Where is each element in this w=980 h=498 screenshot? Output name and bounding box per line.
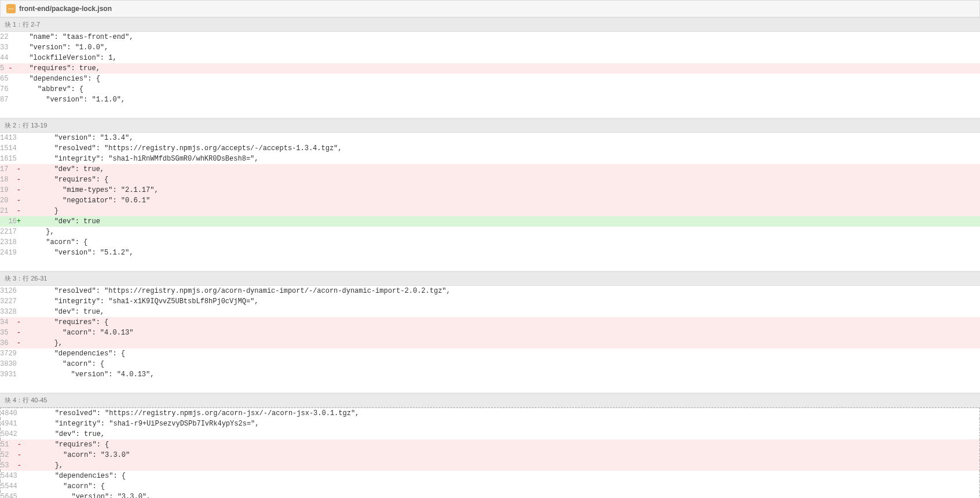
hunk-block: 块 3：行 26-313126 "resolved": "https://reg… <box>0 271 980 393</box>
line-number-old: 7 <box>0 84 4 94</box>
diff-sign: - <box>8 63 12 74</box>
diff-row[interactable]: 3729 "dependencies": { <box>0 348 980 359</box>
diff-row[interactable]: 3328 "dev": true, <box>0 307 980 317</box>
line-number-old: 53 <box>1 460 9 471</box>
line-number-new <box>8 195 16 206</box>
file-header[interactable]: ⋯ front-end/package-lock.json <box>0 0 980 17</box>
line-number-new <box>8 175 16 185</box>
diff-row[interactable]: 1413 "version": "1.3.4", <box>0 133 980 143</box>
diff-code: "version": "3.3.0", <box>21 492 979 498</box>
line-number-new: 31 <box>8 369 16 380</box>
diff-sign <box>17 408 21 419</box>
line-number-new <box>8 164 16 175</box>
diff-sign <box>17 492 21 498</box>
diff-sign <box>17 296 21 307</box>
hunk-spacer <box>0 258 980 271</box>
diff-code: "negotiator": "0.6.1" <box>21 195 980 206</box>
line-number-old: 38 <box>0 359 8 369</box>
diff-row[interactable]: 2217 }, <box>0 227 980 237</box>
line-number-old: 54 <box>1 471 9 481</box>
hunk-block: 块 1：行 2-722 "name": "taas-front-end",33 … <box>0 17 980 118</box>
diff-code: "dependencies": { <box>21 348 980 359</box>
diff-row[interactable]: 4840 "resolved": "https://registry.npmjs… <box>1 408 980 419</box>
line-number-new: 4 <box>4 53 8 63</box>
diff-row[interactable]: 2318 "acorn": { <box>0 237 980 248</box>
diff-code: "requires": { <box>21 317 980 328</box>
diff-row[interactable]: 17- "dev": true, <box>0 164 980 175</box>
diff-row[interactable]: 52- "acorn": "3.3.0" <box>1 450 980 460</box>
diff-row[interactable]: 33 "version": "1.0.0", <box>0 42 980 53</box>
line-number-old: 16 <box>0 154 8 164</box>
diff-sign <box>8 32 12 42</box>
diff-code: "acorn": "4.0.13" <box>21 328 980 338</box>
diff-row[interactable]: 1514 "resolved": "https://registry.npmjs… <box>0 143 980 154</box>
diff-row[interactable]: 5645 "version": "3.3.0", <box>1 492 980 498</box>
diff-sign <box>8 42 12 53</box>
diff-code: "dev": true <box>21 216 980 227</box>
diff-row[interactable]: 53- }, <box>1 460 980 471</box>
diff-sign <box>17 143 21 154</box>
file-modified-icon: ⋯ <box>6 4 16 13</box>
diff-sign <box>8 94 12 105</box>
diff-row[interactable]: 3227 "integrity": "sha1-x1K9IQvvZ5UBtsbL… <box>0 296 980 307</box>
diff-row[interactable]: 5- "requires": true, <box>0 63 980 74</box>
diff-sign <box>17 227 21 237</box>
line-number-old: 14 <box>0 133 8 143</box>
diff-row[interactable]: 5544 "acorn": { <box>1 481 980 492</box>
line-number-old: 5 <box>0 63 4 74</box>
diff-row[interactable]: 44 "lockfileVersion": 1, <box>0 53 980 63</box>
diff-code: "acorn": { <box>21 359 980 369</box>
diff-row[interactable]: 76 "abbrev": { <box>0 84 980 94</box>
diff-sign: - <box>17 338 21 348</box>
line-number-old: 23 <box>0 237 8 248</box>
hunk-header[interactable]: 块 3：行 26-31 <box>0 271 980 286</box>
line-number-old: 4 <box>0 53 4 63</box>
line-number-old: 22 <box>0 227 8 237</box>
diff-row[interactable]: 20- "negotiator": "0.6.1" <box>0 195 980 206</box>
diff-row[interactable]: 65 "dependencies": { <box>0 74 980 84</box>
line-number-old: 24 <box>0 248 8 258</box>
diff-sign <box>17 154 21 164</box>
hunk-header[interactable]: 块 2：行 13-19 <box>0 118 980 133</box>
diff-row[interactable]: 5042 "dev": true, <box>1 429 980 439</box>
diff-row[interactable]: 34- "requires": { <box>0 317 980 328</box>
diff-row[interactable]: 3126 "resolved": "https://registry.npmjs… <box>0 286 980 296</box>
diff-row[interactable]: 22 "name": "taas-front-end", <box>0 32 980 42</box>
hunk-header[interactable]: 块 1：行 2-7 <box>0 17 980 32</box>
diff-code: }, <box>21 338 980 348</box>
line-number-old: 8 <box>0 94 4 105</box>
diff-sign <box>8 53 12 63</box>
diff-table: 3126 "resolved": "https://registry.npmjs… <box>0 286 980 380</box>
diff-table: 22 "name": "taas-front-end",33 "version"… <box>0 32 980 105</box>
diff-row[interactable]: 16+ "dev": true <box>0 216 980 227</box>
diff-row[interactable]: 5443 "dependencies": { <box>1 471 980 481</box>
diff-row[interactable]: 3830 "acorn": { <box>0 359 980 369</box>
diff-row[interactable]: 36- }, <box>0 338 980 348</box>
hunk-block: 块 4：行 40-454840 "resolved": "https://reg… <box>0 393 980 498</box>
diff-sign: - <box>17 450 21 460</box>
diff-row[interactable]: 3931 "version": "4.0.13", <box>0 369 980 380</box>
diff-row[interactable]: 1615 "integrity": "sha1-hiRnWMfdbSGmR0/w… <box>0 154 980 164</box>
diff-row[interactable]: 87 "version": "1.1.0", <box>0 94 980 105</box>
diff-row[interactable]: 19- "mime-types": "2.1.17", <box>0 185 980 195</box>
diff-row[interactable]: 21- } <box>0 206 980 216</box>
line-number-old: 35 <box>0 328 8 338</box>
line-number-new: 5 <box>4 74 8 84</box>
diff-row[interactable]: 2419 "version": "5.1.2", <box>0 248 980 258</box>
line-number-new: 26 <box>8 286 16 296</box>
diff-row[interactable]: 4941 "integrity": "sha1-r9+UiPsezvyDSPb7… <box>1 419 980 429</box>
line-number-new <box>8 185 16 195</box>
diff-row[interactable]: 18- "requires": { <box>0 175 980 185</box>
line-number-new: 45 <box>9 492 17 498</box>
line-number-new: 44 <box>9 481 17 492</box>
diff-row[interactable]: 35- "acorn": "4.0.13" <box>0 328 980 338</box>
diff-sign <box>17 237 21 248</box>
diff-sign: - <box>17 317 21 328</box>
diff-code: "version": "1.0.0", <box>13 42 980 53</box>
line-number-new <box>9 450 17 460</box>
diff-sign <box>17 248 21 258</box>
diff-row[interactable]: 51- "requires": { <box>1 439 980 450</box>
line-number-old: 39 <box>0 369 8 380</box>
hunk-spacer <box>0 105 980 118</box>
hunk-header[interactable]: 块 4：行 40-45 <box>0 393 980 408</box>
